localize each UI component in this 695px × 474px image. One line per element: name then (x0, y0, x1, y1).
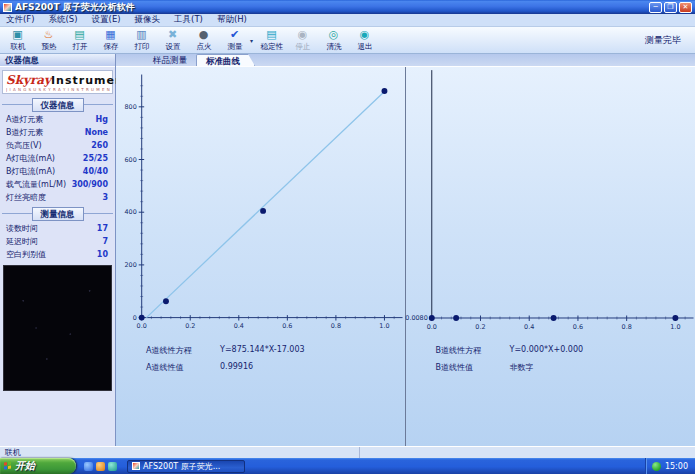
logo-brand-red: Skyray (6, 73, 51, 87)
settings-icon: ✖ (168, 29, 177, 41)
a-equation-label: A道线性方程 (146, 345, 220, 356)
tab-sample-measure[interactable]: 样品测量 (144, 54, 196, 66)
a-linearity-label: A道线性值 (146, 362, 220, 373)
channel-b-chart-panel: 0.00.20.40.60.81.00.0080 B道线性方程 Y=0.000*… (406, 67, 695, 446)
info-row: A道灯元素Hg (0, 113, 115, 126)
menu-item-0[interactable]: 文件(F) (6, 14, 35, 26)
info-row: 灯丝亮暗度3 (0, 191, 115, 204)
info-value: 17 (97, 224, 108, 233)
main-area: 样品测量标准曲线 0.00.20.40.60.81.00200400600800… (116, 54, 695, 446)
section-title: 仪器信息 (32, 98, 84, 112)
info-value: 3 (102, 193, 108, 202)
info-row: A灯电流(mA)25/25 (0, 152, 115, 165)
minimize-button[interactable]: ─ (649, 2, 662, 13)
info-value: None (85, 128, 108, 137)
logo-subtitle: J I A N G S U S K Y R A Y I N S T R U M … (6, 87, 110, 92)
info-row: B灯电流(mA)40/40 (0, 165, 115, 178)
menu-item-4[interactable]: 工具(T) (174, 14, 203, 26)
svg-text:0.8: 0.8 (621, 323, 631, 331)
save-button[interactable]: ▦保存 (95, 27, 126, 53)
stability-button[interactable]: ▤稳定性 (256, 27, 287, 53)
stability-icon: ▤ (266, 29, 276, 41)
info-row: 负高压(V)260 (0, 139, 115, 152)
save-icon: ▦ (105, 29, 115, 41)
status-pane (360, 447, 695, 458)
measure-button[interactable]: ✔测量 (219, 27, 250, 53)
preheat-button[interactable]: ♨预热 (33, 27, 64, 53)
info-row: 载气流量(mL/M)300/900 (0, 178, 115, 191)
exit-button[interactable]: ◉退出 (349, 27, 380, 53)
menu-item-3[interactable]: 摄像头 (135, 14, 161, 26)
menu-item-1[interactable]: 系统(S) (49, 14, 78, 26)
clean-icon: ◎ (329, 29, 339, 41)
open-label: 打开 (72, 41, 87, 51)
tray-status-icon[interactable] (652, 462, 661, 471)
svg-text:0: 0 (133, 314, 137, 322)
svg-text:0.6: 0.6 (572, 323, 582, 331)
connect-label: 联机 (10, 41, 25, 51)
svg-text:1.0: 1.0 (379, 322, 389, 330)
quick-launch-icon[interactable] (108, 462, 117, 471)
a-linearity-value: 0.99916 (220, 362, 253, 373)
settings-button[interactable]: ✖设置 (157, 27, 188, 53)
start-label: 开始 (15, 459, 35, 473)
svg-text:0.0: 0.0 (137, 322, 147, 330)
info-row: 读数时间17 (0, 222, 115, 235)
taskbar-app-button[interactable]: AFS200T 原子荧光... (127, 460, 245, 473)
svg-text:0.4: 0.4 (524, 323, 534, 331)
close-button[interactable]: ✕ (679, 2, 692, 13)
info-value: 7 (102, 237, 108, 246)
info-value: 10 (97, 250, 108, 259)
svg-text:400: 400 (125, 208, 137, 216)
svg-text:0.2: 0.2 (185, 322, 195, 330)
info-label: 延迟时间 (6, 236, 38, 247)
quick-launch-icon[interactable] (96, 462, 105, 471)
stop-icon: ◉ (298, 29, 308, 41)
exit-label: 退出 (357, 41, 372, 51)
system-tray: 15:00 (645, 458, 695, 474)
section-title: 测量信息 (32, 207, 84, 221)
tab-row: 样品测量标准曲线 (116, 54, 695, 67)
sidebar-title: 仪器信息 (0, 54, 115, 67)
windows-logo-icon (4, 461, 12, 470)
measure-label: 测量 (227, 41, 242, 51)
connect-button[interactable]: ▣联机 (2, 27, 33, 53)
print-button[interactable]: ▥打印 (126, 27, 157, 53)
stop-label: 停止 (295, 41, 310, 51)
windows-taskbar: 开始 AFS200T 原子荧光... 15:00 (0, 458, 695, 474)
info-value: 300/900 (72, 180, 108, 189)
section-header: 测量信息 (2, 207, 113, 221)
status-bar: 联机 (0, 446, 695, 458)
info-label: A道灯元素 (6, 114, 43, 125)
channel-a-calibration-chart: 0.00.20.40.60.81.00200400600800 (116, 67, 405, 337)
tab-standard-curve[interactable]: 标准曲线 (196, 54, 255, 66)
window-title: AFS200T 原子荧光分析软件 (15, 1, 135, 14)
menu-item-2[interactable]: 设置(E) (92, 14, 121, 26)
info-label: B道灯元素 (6, 127, 44, 138)
print-label: 打印 (134, 41, 149, 51)
clean-button[interactable]: ◎清洗 (318, 27, 349, 53)
info-row: 空白判别值10 (0, 248, 115, 261)
open-icon: ▤ (74, 29, 84, 41)
quick-launch-icon[interactable] (84, 462, 93, 471)
svg-text:0.8: 0.8 (331, 322, 341, 330)
info-label: 空白判别值 (6, 249, 46, 260)
app-icon (3, 3, 12, 12)
menu-item-5[interactable]: 帮助(H) (217, 14, 247, 26)
measure-complete-status: 测量完毕 (645, 34, 695, 47)
ignite-icon: ● (199, 29, 209, 41)
title-bar: AFS200T 原子荧光分析软件 ─ ❐ ✕ (0, 0, 695, 14)
open-button[interactable]: ▤打开 (64, 27, 95, 53)
channel-a-chart-panel: 0.00.20.40.60.81.00200400600800 A道线性方程 Y… (116, 67, 406, 446)
exit-icon: ◉ (360, 29, 370, 41)
channel-b-calibration-chart: 0.00.20.40.60.81.00.0080 (406, 67, 695, 337)
print-icon: ▥ (136, 29, 146, 41)
section-header: 仪器信息 (2, 98, 113, 112)
stability-label: 稳定性 (260, 41, 283, 51)
start-button[interactable]: 开始 (0, 458, 76, 474)
maximize-button[interactable]: ❐ (664, 2, 677, 13)
taskbar-app-icon (132, 462, 140, 470)
ignite-label: 点火 (196, 41, 211, 51)
menu-bar: 文件(F)系统(S)设置(E)摄像头工具(T)帮助(H) (0, 14, 695, 27)
ignite-button[interactable]: ●点火 (188, 27, 219, 53)
